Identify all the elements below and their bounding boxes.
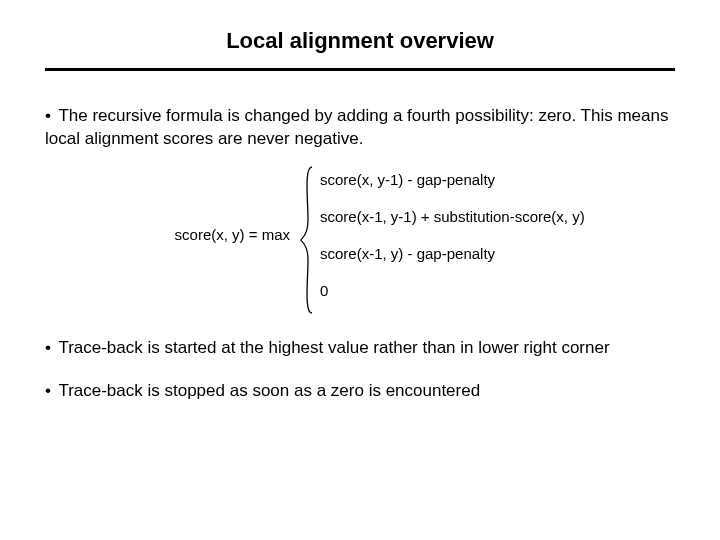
formula-block: score(x, y) = max score(x, y-1) - gap-pe… (45, 171, 675, 299)
bullet-1-text: The recursive formula is changed by addi… (45, 106, 668, 148)
title-underline (45, 68, 675, 71)
bullet-dot-icon: • (45, 380, 51, 403)
formula-option-3: score(x-1, y) - gap-penalty (320, 245, 585, 262)
formula-option-4: 0 (320, 282, 585, 299)
bullet-3-text: Trace-back is stopped as soon as a zero … (58, 381, 480, 400)
formula-lhs: score(x, y) = max (45, 226, 300, 243)
slide-title: Local alignment overview (45, 28, 675, 54)
formula-options: score(x, y-1) - gap-penalty score(x-1, y… (314, 171, 585, 299)
bullet-dot-icon: • (45, 337, 51, 360)
bullet-dot-icon: • (45, 105, 51, 128)
bullet-3: • Trace-back is stopped as soon as a zer… (45, 380, 675, 403)
formula-option-1: score(x, y-1) - gap-penalty (320, 171, 585, 188)
bullet-2-text: Trace-back is started at the highest val… (58, 338, 609, 357)
formula-option-2: score(x-1, y-1) + substitution-score(x, … (320, 208, 585, 225)
slide: Local alignment overview • The recursive… (0, 0, 720, 540)
bullet-1: • The recursive formula is changed by ad… (45, 105, 675, 151)
bullet-2: • Trace-back is started at the highest v… (45, 337, 675, 360)
